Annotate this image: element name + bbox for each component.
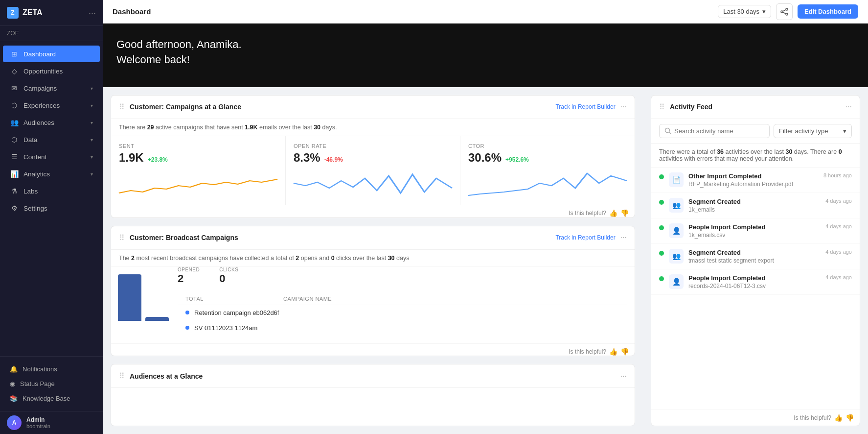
campaign-row: Retention campaign eb062d6f	[178, 305, 627, 320]
activity-info: People Import Completed records-2024-01-…	[688, 274, 821, 289]
avatar: A	[7, 415, 22, 430]
activity-sub: RFP_Marketing Automation Provider.pdf	[688, 181, 819, 188]
sidebar-item-campaigns[interactable]: ✉ Campaigns ▾	[3, 80, 100, 96]
chevron-icon: ▾	[91, 86, 93, 91]
sidebar-item-settings[interactable]: ⚙ Settings	[3, 200, 100, 217]
activity-feed-header: ⠿ Activity Feed ···	[651, 96, 860, 119]
sidebar-item-analytics[interactable]: 📊 Analytics ▾	[3, 166, 100, 182]
sidebar-item-labs[interactable]: ⚗ Labs	[3, 183, 100, 199]
activity-info: Segment Created 1k_emails	[688, 198, 821, 213]
opened-stat: Opened 2	[178, 267, 200, 285]
sidebar-item-experiences[interactable]: ⬡ Experiences ▾	[3, 97, 100, 114]
activity-more-icon[interactable]: ···	[845, 102, 852, 111]
sidebar-item-label: Experiences	[23, 102, 60, 109]
svg-line-3	[783, 10, 786, 11]
activity-status-dot	[659, 225, 664, 230]
sidebar-item-dashboard[interactable]: ⊞ Dashboard	[3, 46, 100, 62]
sidebar-item-knowledge[interactable]: 📚 Knowledge Base	[3, 391, 100, 406]
app-logo: Z ZETA	[7, 7, 43, 19]
sidebar: Z ZETA ··· ZOE ⊞ Dashboard ◇ Opportuniti…	[0, 0, 103, 434]
drag-handle-icon[interactable]: ⠿	[119, 371, 125, 381]
activity-list-item: 👤 People Import Completed 1k_emails.csv …	[651, 218, 860, 244]
broadcast-more-icon[interactable]: ···	[620, 233, 627, 242]
sidebar-item-label: Labs	[23, 188, 38, 195]
status-icon: ◉	[10, 380, 15, 387]
chevron-down-icon: ▾	[843, 127, 846, 135]
sidebar-item-audiences[interactable]: 👥 Audiences ▾	[3, 114, 100, 131]
sidebar-item-label: Data	[23, 136, 38, 144]
sidebar-more-button[interactable]: ···	[89, 8, 96, 18]
knowledge-icon: 📚	[10, 395, 18, 402]
activity-list-item: 📄 Other Import Completed RFP_Marketing A…	[651, 168, 860, 193]
broadcast-campaigns-card: ⠿ Customer: Broadcast Campaigns Track in…	[111, 226, 635, 357]
broadcast-title: Customer: Broadcast Campaigns	[130, 234, 550, 241]
track-report-link[interactable]: Track in Report Builder	[555, 103, 615, 110]
search-icon	[664, 127, 671, 134]
sidebar-item-data[interactable]: ⬡ Data ▾	[3, 131, 100, 148]
user-info: Admin boomtrain	[26, 416, 50, 429]
share-button[interactable]	[776, 3, 793, 20]
activity-drag-icon[interactable]: ⠿	[659, 102, 665, 112]
edit-dashboard-button[interactable]: Edit Dashboard	[798, 4, 858, 19]
filter-activity-select[interactable]: Filter activity type ▾	[774, 124, 852, 138]
audiences-more-icon[interactable]: ···	[620, 372, 627, 381]
activity-type-icon: 👤	[669, 274, 684, 289]
activity-thumbs-down[interactable]: 👎	[845, 414, 854, 422]
date-range-selector[interactable]: Last 30 days ▾	[718, 5, 771, 18]
svg-line-6	[669, 132, 671, 134]
activity-name: Segment Created	[688, 249, 821, 256]
broadcast-thumbs-down[interactable]: 👎	[620, 348, 629, 356]
activity-status-dot	[659, 276, 664, 281]
sidebar-item-label: Analytics	[23, 170, 50, 178]
audiences-glance-card: ⠿ Audiences at a Glance ···	[111, 364, 635, 426]
activity-footer: Is this helpful? 👍 👎	[651, 410, 860, 426]
activity-status-dot	[659, 200, 664, 205]
activity-list: 📄 Other Import Completed RFP_Marketing A…	[651, 168, 860, 410]
activity-info: Segment Created tmassi test static segme…	[688, 249, 821, 264]
broadcast-content: Opened 2 Clicks 0 TOTAL CAMPAIGN NAME	[111, 267, 635, 343]
metric-open-rate: Open Rate 8.3% -46.9%	[286, 136, 460, 205]
sidebar-item-label: Audiences	[23, 119, 54, 126]
right-panel: ⠿ Activity Feed ··· Filter activity	[643, 87, 868, 434]
activity-type-icon: 👤	[669, 223, 684, 238]
activity-thumbs-up[interactable]: 👍	[834, 414, 843, 422]
svg-point-2	[786, 13, 788, 15]
sidebar-item-opportunities[interactable]: ◇ Opportunities	[3, 63, 100, 79]
activity-type-icon: 📄	[669, 172, 684, 187]
user-row: A Admin boomtrain	[0, 411, 103, 434]
broadcast-track-link[interactable]: Track in Report Builder	[555, 234, 615, 241]
svg-line-4	[783, 12, 786, 14]
chevron-icon: ▾	[91, 154, 93, 160]
sent-sparkline	[119, 169, 277, 198]
settings-nav-icon: ⚙	[10, 204, 19, 212]
campaigns-glance-footer: Is this helpful? 👍 👎	[111, 205, 635, 218]
audiences-title: Audiences at a Glance	[130, 372, 616, 380]
svg-point-0	[786, 8, 788, 10]
thumbs-up-button[interactable]: 👍	[609, 209, 617, 217]
thumbs-down-button[interactable]: 👎	[620, 209, 629, 217]
sidebar-item-status[interactable]: ◉ Status Page	[3, 377, 100, 391]
drag-handle-icon[interactable]: ⠿	[119, 102, 125, 112]
sidebar-item-label: Notifications	[23, 365, 57, 373]
campaigns-nav-icon: ✉	[10, 84, 19, 92]
org-label: ZOE	[0, 26, 103, 41]
activity-feed-title: Activity Feed	[670, 103, 712, 111]
broadcast-bar-chart	[119, 267, 168, 321]
campaigns-glance-title: Customer: Campaigns at a Glance	[130, 103, 550, 111]
activity-summary: There were a total of 36 activities over…	[651, 144, 860, 168]
activity-name: Other Import Completed	[688, 172, 819, 180]
sidebar-item-content[interactable]: ☰ Content ▾	[3, 148, 100, 165]
activity-sub: 1k_emails	[688, 206, 821, 213]
campaign-row: SV 01112023 1124am	[178, 320, 627, 336]
card-more-icon[interactable]: ···	[620, 102, 627, 111]
search-input[interactable]	[674, 127, 764, 135]
drag-handle-icon[interactable]: ⠿	[119, 233, 125, 242]
activity-search-box[interactable]	[659, 124, 770, 138]
activity-type-icon: 👥	[669, 249, 684, 264]
sidebar-item-notifications[interactable]: 🔔 Notifications	[3, 362, 100, 376]
chevron-icon: ▾	[91, 137, 93, 143]
data-nav-icon: ⬡	[10, 136, 19, 144]
broadcast-thumbs-up[interactable]: 👍	[609, 348, 617, 356]
activity-sub: records-2024-01-06T12-3.csv	[688, 283, 821, 289]
campaign-dot	[185, 326, 189, 330]
